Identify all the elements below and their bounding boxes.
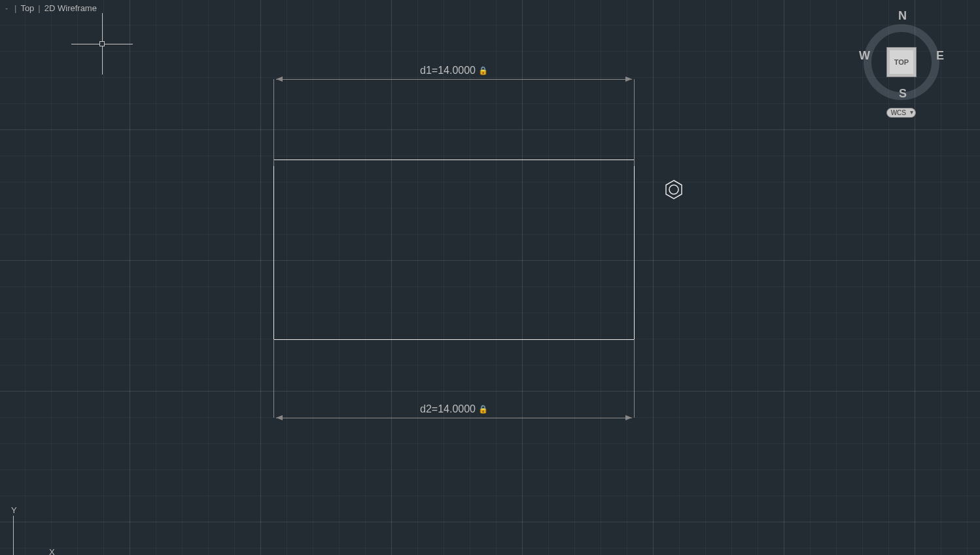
dim-label: d2=14.0000 🔒 — [273, 403, 635, 415]
dim-text: d1=14.0000 — [420, 65, 476, 76]
dim-label: d1=14.0000 🔒 — [273, 65, 635, 76]
lock-icon: 🔒 — [478, 405, 488, 414]
dim-extension-line — [273, 79, 274, 166]
dim-extension-line — [634, 79, 635, 166]
viewcube-top-face[interactable]: TOP — [886, 47, 917, 77]
compass-north[interactable]: N — [898, 9, 907, 23]
dim-line — [276, 418, 632, 418]
visual-style-button[interactable]: 2D Wireframe — [44, 3, 97, 13]
ucs-x-label: X — [49, 547, 55, 555]
view-orientation-button[interactable]: Top — [20, 3, 34, 13]
dim-text: d2=14.0000 — [420, 403, 476, 415]
compass-east[interactable]: E — [936, 49, 944, 63]
arrow-right-icon — [625, 76, 632, 82]
viewport-minimize-toggle[interactable]: - — [5, 4, 10, 13]
lock-icon: 🔒 — [478, 66, 488, 75]
viewcube[interactable]: TOP N S W E — [862, 10, 941, 88]
compass-west[interactable]: W — [859, 49, 870, 63]
hexagon-nut-icon[interactable] — [664, 180, 684, 199]
arrow-left-icon — [276, 415, 283, 420]
dim-line — [276, 79, 632, 80]
viewport-controls: - | Top | 2D Wireframe — [5, 3, 97, 13]
svg-point-1 — [669, 185, 678, 194]
ucs-y-label: Y — [11, 505, 17, 515]
separator: | — [14, 3, 16, 13]
compass-south[interactable]: S — [899, 87, 907, 101]
drawing-rectangle[interactable] — [273, 160, 635, 340]
arrow-left-icon — [276, 76, 283, 82]
separator: | — [38, 3, 40, 13]
arrow-right-icon — [625, 415, 632, 420]
svg-marker-0 — [666, 180, 682, 199]
wcs-dropdown[interactable]: WCS — [886, 108, 916, 118]
